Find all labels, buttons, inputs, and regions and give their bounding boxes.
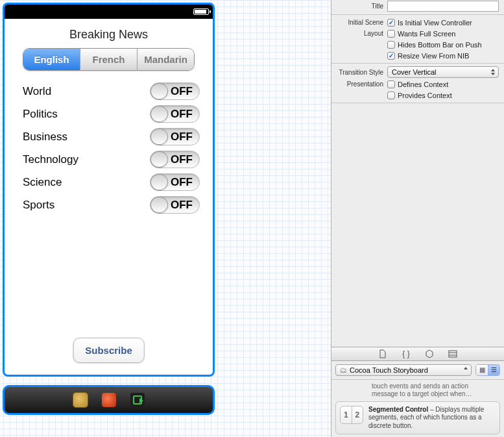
switch-label: Politics: [23, 108, 58, 121]
library-filter-select[interactable]: 🗂Cocoa Touch Storyboard: [335, 364, 472, 376]
segmented-control-thumb-icon: 12: [340, 406, 363, 424]
subscribe-button[interactable]: Subscribe: [73, 338, 145, 363]
view-controller-icon[interactable]: [73, 393, 88, 407]
switch-label: Technology: [23, 153, 78, 166]
segment-mandarin[interactable]: Mandarin: [137, 49, 194, 70]
storyboard-canvas[interactable]: Breaking News English French Mandarin Wo…: [0, 0, 331, 437]
field-label: Transition Style: [331, 69, 387, 76]
provides-context-checkbox[interactable]: Provides Context: [387, 92, 452, 99]
inspector-empty-area: [331, 105, 504, 347]
battery-icon: [193, 8, 209, 15]
switch-label: Business: [23, 131, 67, 144]
field-label: Layout: [331, 30, 387, 37]
title-input[interactable]: [387, 1, 499, 12]
wants-full-screen-checkbox[interactable]: Wants Full Screen: [387, 30, 455, 38]
field-label: Initial Scene: [331, 19, 387, 26]
switch-science[interactable]: OFF: [150, 173, 200, 191]
switch-business[interactable]: OFF: [150, 128, 200, 145]
transition-style-select[interactable]: Cover Vertical: [387, 66, 499, 78]
file-template-tab-icon[interactable]: [378, 349, 387, 358]
language-segmented-control[interactable]: English French Mandarin: [23, 48, 195, 71]
code-snippet-tab-icon[interactable]: { }: [402, 349, 411, 358]
is-initial-checkbox[interactable]: Is Initial View Controller: [387, 19, 472, 27]
exit-icon[interactable]: [130, 393, 145, 407]
switch-label: World: [23, 85, 51, 98]
switch-sports[interactable]: OFF: [150, 196, 200, 214]
segment-english[interactable]: English: [23, 49, 80, 70]
scene-dock[interactable]: [3, 385, 215, 415]
library-tab-bar: { }: [331, 347, 504, 361]
iphone-view[interactable]: Breaking News English French Mandarin Wo…: [3, 3, 215, 377]
object-library-tab-icon[interactable]: [425, 349, 434, 358]
switch-politics[interactable]: OFF: [150, 105, 200, 123]
field-label: Title: [331, 3, 387, 10]
object-library-list[interactable]: touch events and sends an action message…: [331, 380, 504, 438]
library-item-text: Segmented Control – Displays multiple se…: [368, 406, 496, 431]
switch-world[interactable]: OFF: [150, 82, 200, 100]
app-title-label: Breaking News: [5, 19, 213, 48]
media-library-tab-icon[interactable]: [448, 349, 457, 358]
list-view-icon[interactable]: ☰: [488, 365, 499, 375]
inspector-panel: Title Initial Scene Is Initial View Cont…: [331, 0, 504, 437]
switch-technology[interactable]: OFF: [150, 151, 200, 168]
hides-bottom-bar-checkbox[interactable]: Hides Bottom Bar on Push: [387, 41, 482, 49]
switch-label: Sports: [23, 199, 54, 212]
switch-label: Science: [23, 176, 62, 189]
first-responder-icon[interactable]: [102, 393, 116, 407]
svg-rect-0: [449, 351, 457, 357]
library-item-desc-clipped: touch events and sends an action message…: [335, 382, 500, 401]
status-bar: [5, 5, 213, 19]
resize-from-nib-checkbox[interactable]: Resize View From NIB: [387, 52, 469, 60]
defines-context-checkbox[interactable]: Defines Context: [387, 81, 448, 88]
segment-french[interactable]: French: [80, 49, 137, 70]
field-label: Presentation: [331, 81, 387, 88]
library-item-segmented-control[interactable]: 12 Segmented Control – Displays multiple…: [335, 401, 500, 435]
library-view-toggle[interactable]: ▦ ☰: [475, 364, 500, 376]
grid-view-icon[interactable]: ▦: [476, 365, 488, 375]
